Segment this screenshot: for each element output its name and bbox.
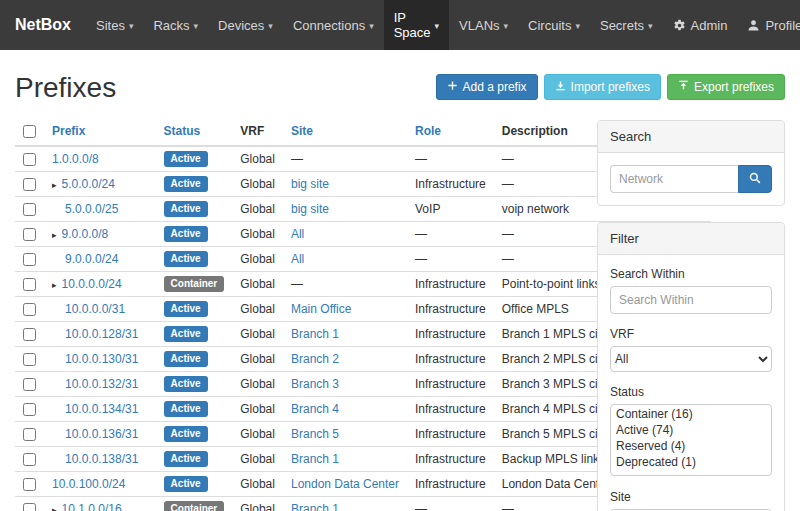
site-link[interactable]: London Data Center <box>291 477 399 491</box>
site-link[interactable]: Main Office <box>291 302 351 316</box>
prefix-link[interactable]: 10.0.0.0/24 <box>62 277 122 291</box>
search-within-input[interactable] <box>610 286 772 314</box>
vrf-cell: Global <box>232 497 283 511</box>
nav-item-racks[interactable]: Racks▾ <box>143 0 208 50</box>
export-prefixes-button[interactable]: Export prefixes <box>667 74 785 100</box>
site-link[interactable]: All <box>291 227 304 241</box>
nav-item-connections[interactable]: Connections▾ <box>283 0 384 50</box>
search-panel-title: Search <box>598 121 784 153</box>
row-checkbox[interactable] <box>23 228 36 241</box>
page-actions: Add a prefixImport prefixesExport prefix… <box>436 74 785 100</box>
expand-caret-icon: ▸ <box>52 280 57 290</box>
site-link[interactable]: All <box>291 252 304 266</box>
status-filter-select[interactable]: Container (16)Active (74)Reserved (4)Dep… <box>610 404 772 476</box>
status-label: Status <box>610 385 772 399</box>
status-badge: Container <box>164 501 225 511</box>
row-checkbox[interactable] <box>23 353 36 366</box>
prefix-list-area: PrefixStatusVRFSiteRoleDescription 1.0.0… <box>15 118 581 511</box>
vrf-cell: Global <box>232 397 283 422</box>
status-badge: Active <box>164 176 208 192</box>
vrf-label: VRF <box>610 327 772 341</box>
chevron-down-icon: ▾ <box>194 21 199 31</box>
prefix-link[interactable]: 10.0.0.134/31 <box>65 402 138 416</box>
filter-panel: Filter Search Within VRF All Status Con <box>597 222 785 511</box>
prefix-link[interactable]: 9.0.0.0/8 <box>62 227 109 241</box>
depth-indent <box>52 387 65 388</box>
nav-item-profile[interactable]: Profile <box>737 0 800 50</box>
select-all-checkbox[interactable] <box>23 125 36 138</box>
prefix-link[interactable]: 10.0.0.138/31 <box>65 452 138 466</box>
site-link[interactable]: Branch 1 <box>291 502 339 511</box>
role-cell: Infrastructure <box>407 272 494 297</box>
prefix-link[interactable]: 10.0.0.0/31 <box>65 302 125 316</box>
column-header-prefix[interactable]: Prefix <box>44 118 156 146</box>
row-checkbox[interactable] <box>23 328 36 341</box>
row-checkbox[interactable] <box>23 203 36 216</box>
expand-caret-icon: ▸ <box>52 230 57 240</box>
prefix-link[interactable]: 5.0.0.0/24 <box>62 177 115 191</box>
prefix-link[interactable]: 10.0.0.132/31 <box>65 377 138 391</box>
filter-option[interactable]: Active (74) <box>612 422 770 438</box>
row-checkbox[interactable] <box>23 403 36 416</box>
prefix-link[interactable]: 1.0.0.0/8 <box>52 152 99 166</box>
vrf-select[interactable]: All <box>610 346 772 372</box>
row-checkbox[interactable] <box>23 503 36 511</box>
column-header-status[interactable]: Status <box>156 118 233 146</box>
filter-option[interactable]: Reserved (4) <box>612 438 770 454</box>
site-link[interactable]: Branch 4 <box>291 402 339 416</box>
nav-item-vlans[interactable]: VLANs▾ <box>449 0 518 50</box>
status-badge: Active <box>164 301 208 317</box>
prefix-link[interactable]: 10.0.0.130/31 <box>65 352 138 366</box>
nav-item-ip-space[interactable]: IP Space▾ <box>384 0 449 50</box>
row-checkbox[interactable] <box>23 428 36 441</box>
search-input[interactable] <box>610 165 738 193</box>
row-checkbox[interactable] <box>23 178 36 191</box>
row-checkbox[interactable] <box>23 278 36 291</box>
export-icon <box>678 80 689 94</box>
import-prefixes-button[interactable]: Import prefixes <box>544 74 661 100</box>
site-link[interactable]: big site <box>291 202 329 216</box>
prefix-link[interactable]: 5.0.0.0/25 <box>65 202 118 216</box>
filter-option[interactable]: Container (16) <box>612 406 770 422</box>
site-link[interactable]: Branch 5 <box>291 427 339 441</box>
site-link[interactable]: big site <box>291 177 329 191</box>
search-button[interactable] <box>738 165 772 193</box>
search-icon <box>749 172 761 187</box>
nav-item-sites[interactable]: Sites▾ <box>86 0 143 50</box>
filter-option[interactable]: Deprecated (1) <box>612 454 770 470</box>
brand[interactable]: NetBox <box>0 0 86 50</box>
nav-item-label: Profile <box>765 18 800 33</box>
site-link[interactable]: Branch 1 <box>291 452 339 466</box>
status-badge: Active <box>164 401 208 417</box>
nav-item-circuits[interactable]: Circuits▾ <box>518 0 590 50</box>
nav-item-admin[interactable]: Admin <box>663 0 738 50</box>
row-checkbox[interactable] <box>23 378 36 391</box>
prefix-link[interactable]: 10.0.0.136/31 <box>65 427 138 441</box>
row-checkbox[interactable] <box>23 253 36 266</box>
row-checkbox[interactable] <box>23 478 36 491</box>
row-checkbox[interactable] <box>23 453 36 466</box>
nav-item-label: IP Space <box>394 10 431 40</box>
nav-item-devices[interactable]: Devices▾ <box>208 0 283 50</box>
prefix-link[interactable]: 9.0.0.0/24 <box>65 252 118 266</box>
depth-indent <box>52 437 65 438</box>
column-header-role[interactable]: Role <box>407 118 494 146</box>
site-link[interactable]: Branch 1 <box>291 327 339 341</box>
row-checkbox[interactable] <box>23 153 36 166</box>
nav-item-secrets[interactable]: Secrets▾ <box>590 0 663 50</box>
site-link[interactable]: Branch 3 <box>291 377 339 391</box>
add-a-prefix-button[interactable]: Add a prefix <box>436 74 538 100</box>
prefix-link[interactable]: 10.0.100.0/24 <box>52 477 125 491</box>
row-checkbox[interactable] <box>23 303 36 316</box>
nav-item-label: Circuits <box>528 18 571 33</box>
navbar-right: AdminProfileLog out <box>663 0 800 50</box>
depth-indent <box>52 412 65 413</box>
site-link[interactable]: Branch 2 <box>291 352 339 366</box>
vrf-cell: Global <box>232 322 283 347</box>
prefix-link[interactable]: 10.1.0.0/16 <box>62 502 122 511</box>
column-header-site[interactable]: Site <box>283 118 407 146</box>
prefix-link[interactable]: 10.0.0.128/31 <box>65 327 138 341</box>
vrf-cell: Global <box>232 172 283 197</box>
nav-item-label: Devices <box>218 18 264 33</box>
button-label: Add a prefix <box>463 80 527 94</box>
